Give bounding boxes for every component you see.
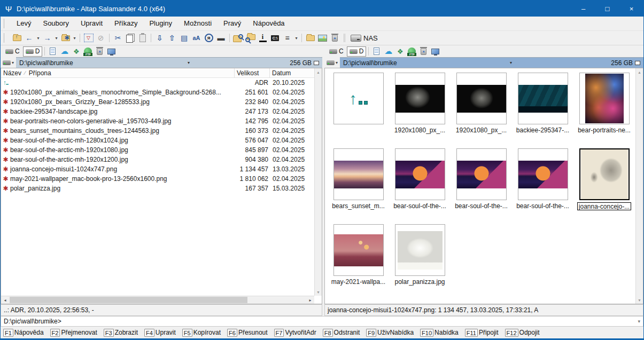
cut-button[interactable]: ✂ xyxy=(112,32,124,44)
column-header-size[interactable]: Velikost xyxy=(235,68,270,78)
forward-history-caret[interactable]: ▾ xyxy=(53,32,59,44)
drive-d-button[interactable]: D xyxy=(347,46,367,57)
shell-button[interactable]: C:\ xyxy=(269,32,281,44)
plugins-icon[interactable]: ❖ xyxy=(394,46,406,57)
menu-item-levý[interactable]: Levý xyxy=(11,17,37,30)
thumbnail-item[interactable]: bear-portraits-ne... xyxy=(573,73,635,135)
function-key-f7[interactable]: F7VytvořitAdr xyxy=(274,329,316,337)
comment-button[interactable]: ▬ xyxy=(215,32,227,44)
create-directory-button[interactable] xyxy=(304,32,316,44)
thumbnail-item[interactable]: joanna-concejo-... xyxy=(573,148,635,210)
right-vertical-scrollbar[interactable]: ▲ ▼ xyxy=(635,68,643,304)
find-in-panel-button[interactable] xyxy=(244,32,257,44)
table-row[interactable]: ✱bear-soul-of-the-arctic-mh-1920x1080.jp… xyxy=(1,145,314,155)
function-key-f10[interactable]: F10Nabídka xyxy=(420,329,459,337)
table-row[interactable]: ✱backiee-295347-landscape.jpg247 17302.0… xyxy=(1,107,314,116)
recycle-bin-button[interactable] xyxy=(329,32,341,44)
maximize-button[interactable]: □ xyxy=(595,1,619,17)
drive-d-button[interactable]: D xyxy=(23,46,43,57)
thumbnail-tile[interactable] xyxy=(518,73,568,124)
scroll-down-icon[interactable]: ▼ xyxy=(636,296,643,304)
close-button[interactable]: × xyxy=(619,1,643,17)
properties-button[interactable]: ▤ xyxy=(178,32,190,44)
table-row[interactable]: ✱1920x1080_px_animals_bears_monochrome_S… xyxy=(1,88,314,97)
table-row[interactable]: ✱bear-portraits-neon-colors-generative-a… xyxy=(1,116,314,126)
copy-button[interactable] xyxy=(124,32,136,44)
thumbnail-tile[interactable] xyxy=(395,148,445,200)
command-history-chevron-icon[interactable]: ▾ xyxy=(638,319,640,324)
ftp-plugin-icon[interactable] xyxy=(82,46,94,57)
recycle-bin-icon[interactable] xyxy=(94,46,105,57)
function-key-f12[interactable]: F12Odpojit xyxy=(505,329,540,337)
thumbnail-item[interactable]: 1920x1080_px_... xyxy=(451,73,512,135)
pack-button[interactable]: ⇩ xyxy=(153,32,166,44)
function-key-f8[interactable]: F8Odstranit xyxy=(323,329,360,337)
menu-item-upravit[interactable]: Upravit xyxy=(75,17,108,30)
free-space-icon[interactable] xyxy=(635,61,640,65)
cloud-plugin-icon[interactable]: ☁ xyxy=(383,46,394,57)
convert-button[interactable]: Я xyxy=(203,32,215,44)
plugins-icon[interactable]: ❖ xyxy=(71,46,82,57)
view-modes-caret[interactable]: ▾ xyxy=(293,32,299,44)
menu-item-nápověda[interactable]: Nápověda xyxy=(247,17,290,30)
left-vertical-scrollbar[interactable]: ▲ ▼ xyxy=(314,68,322,296)
thumbnail-tile[interactable] xyxy=(395,224,445,276)
drive-c-button[interactable]: C xyxy=(3,46,22,57)
function-key-f6[interactable]: F6Přesunout xyxy=(227,329,268,337)
thumbnail-tile[interactable] xyxy=(518,148,568,200)
toolbar-grip[interactable] xyxy=(4,33,6,43)
recycle-bin-icon[interactable] xyxy=(418,46,429,57)
column-header-name[interactable]: Název ∕ Přípona xyxy=(1,68,235,78)
network-icon[interactable] xyxy=(106,46,117,57)
change-case-button[interactable]: aA xyxy=(190,32,203,44)
menu-item-příkazy[interactable]: Příkazy xyxy=(108,17,143,30)
thumbnail-item[interactable]: bears_sunset_m... xyxy=(328,148,389,210)
thumbnail-tile[interactable] xyxy=(579,148,630,200)
find-files-button[interactable] xyxy=(232,32,244,44)
function-key-f3[interactable]: F3Zobrazit xyxy=(104,329,138,337)
table-row[interactable]: ✱polar_panizza.jpg167 35715.03.2025 xyxy=(1,184,314,193)
network-icon[interactable] xyxy=(430,46,441,57)
scroll-up-icon[interactable]: ▲ xyxy=(315,68,322,76)
menu-item-pravý[interactable]: Pravý xyxy=(218,17,247,30)
left-path-field[interactable]: D:\pic\wall\brumike ▾ 256 GB xyxy=(16,57,322,68)
left-path-history-caret[interactable]: ▾ xyxy=(188,60,190,65)
menu-item-pluginy[interactable]: Pluginy xyxy=(143,17,178,30)
hot-paths-button[interactable] xyxy=(59,32,72,44)
image-viewer-button[interactable] xyxy=(316,32,329,44)
thumbnail-item[interactable]: bear-soul-of-the-... xyxy=(389,148,451,210)
cloud-plugin-icon[interactable]: ☁ xyxy=(59,46,70,57)
function-key-f11[interactable]: F11Připojit xyxy=(465,329,499,337)
thumbnail-tile[interactable] xyxy=(456,73,507,124)
left-horizontal-scrollbar[interactable]: ◂ ▸ xyxy=(1,296,314,304)
table-row[interactable]: ↑..ADR20.10.2025 xyxy=(1,78,314,88)
nas-hot-path-button[interactable]: NAS xyxy=(348,34,380,42)
paste-button[interactable] xyxy=(136,32,149,44)
scroll-down-icon[interactable]: ▼ xyxy=(315,288,322,296)
minimize-button[interactable]: – xyxy=(571,1,595,17)
table-row[interactable]: ✱may-2021-wallpaper_mac-book-pro-13-2560… xyxy=(1,174,314,184)
column-header-date[interactable]: Datum xyxy=(270,68,314,78)
thumbnail-item[interactable]: bear-soul-of-the-... xyxy=(451,148,512,210)
thumbnail-tile[interactable] xyxy=(456,148,507,200)
document-plugin-icon[interactable] xyxy=(47,46,58,57)
table-row[interactable]: ✱1920x1080_px_bears_Grizzly_Bear-1285533… xyxy=(1,97,314,107)
thumbnail-item[interactable]: may-2021-wallpa... xyxy=(328,224,389,286)
function-key-f5[interactable]: F5Kopírovat xyxy=(182,329,221,337)
table-row[interactable]: ✱bear-soul-of-the-arctic-mh-1920x1200.jp… xyxy=(1,155,314,164)
function-key-f1[interactable]: F1Nápověda xyxy=(3,329,44,337)
table-row[interactable]: ✱joanna-concejo-misui1-1024x747.png1 134… xyxy=(1,164,314,174)
back-button[interactable]: ← xyxy=(23,32,35,44)
back-history-caret[interactable]: ▾ xyxy=(35,32,41,44)
view-modes-button[interactable]: ≡ xyxy=(281,32,293,44)
document-plugin-icon[interactable] xyxy=(371,46,382,57)
thumbnail-tile[interactable] xyxy=(333,224,384,276)
scroll-left-icon[interactable]: ◂ xyxy=(1,296,9,304)
menu-item-soubory[interactable]: Soubory xyxy=(37,17,74,30)
ftp-plugin-icon[interactable] xyxy=(406,46,417,57)
function-key-f2[interactable]: F2Přejmenovat xyxy=(50,329,97,337)
table-row[interactable]: ✱bears_sunset_mountains_clouds_trees-124… xyxy=(1,126,314,136)
drive-info-button[interactable]: i xyxy=(257,32,269,44)
thumbnail-tile[interactable] xyxy=(395,73,445,124)
thumbnail-item[interactable]: polar_panizza.jpg xyxy=(389,224,451,286)
